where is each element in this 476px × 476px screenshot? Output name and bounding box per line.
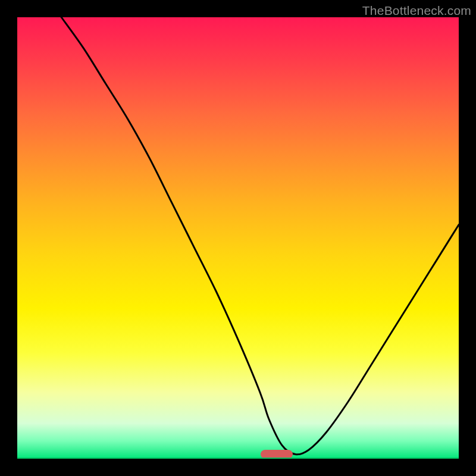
bottleneck-curve — [17, 17, 459, 459]
outer-frame: TheBottleneck.com — [0, 0, 476, 476]
baseline-green — [17, 458, 459, 459]
watermark-text: TheBottleneck.com — [362, 4, 471, 18]
